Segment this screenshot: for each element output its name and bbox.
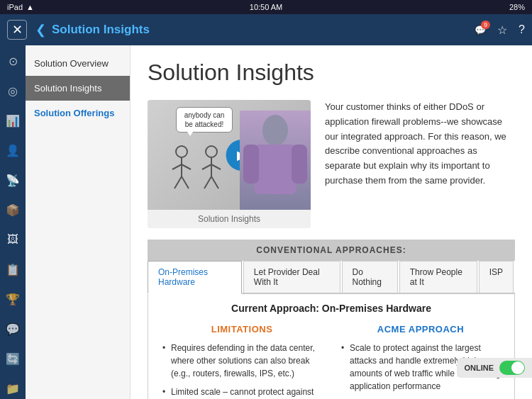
sidebar-icon-signal[interactable]: 📡 [3, 170, 23, 190]
video-inner: anybody can be attacked! [148, 100, 311, 210]
sidebar-icons: ⊙ ◎ 📊 👤 📡 📦 🖼 📋 🏆 💬 🔄 📁 [0, 45, 26, 399]
sidebar-icon-folder[interactable]: 📁 [3, 378, 23, 398]
approaches-banner: CONVENTIONAL APPROACHES: [148, 240, 515, 261]
svg-rect-15 [292, 145, 307, 184]
video-section: anybody can be attacked! [148, 100, 515, 228]
top-nav-bar: ✕ ❮ Solution Insights 💬 9 ☆ ? [0, 14, 532, 45]
sidebar-icon-clipboard[interactable]: 📋 [3, 259, 23, 279]
svg-line-9 [211, 164, 221, 169]
online-badge: ONLINE [457, 358, 532, 378]
content-panel: Current Approach: On-Premises Hardware L… [148, 294, 515, 399]
left-nav: Solution Overview Solution Insights Solu… [26, 45, 131, 399]
tab-throw-people[interactable]: Throw People at It [399, 261, 477, 293]
tabs-container: On-Premises Hardware Let Provider Deal W… [148, 261, 515, 294]
back-button[interactable]: ❮ [35, 22, 46, 38]
badge-count: 9 [481, 21, 490, 29]
chat-badge-icon[interactable]: 💬 9 [475, 25, 486, 35]
time-display: 10:50 AM [250, 3, 282, 11]
svg-line-2 [172, 164, 182, 169]
video-description: Your customer thinks of either DDoS or a… [325, 100, 515, 228]
tab-do-nothing[interactable]: Do Nothing [342, 261, 398, 293]
video-container: anybody can be attacked! [148, 100, 311, 228]
limitations-list: Requires defending in the data center, w… [160, 342, 324, 399]
panel-title: Current Approach: On-Premises Hardware [160, 303, 503, 314]
nav-icons: 💬 9 ☆ ? [475, 23, 525, 37]
sidebar-icon-chart[interactable]: 📊 [3, 111, 23, 130]
tab-on-premises[interactable]: On-Premises Hardware [148, 261, 242, 294]
sidebar-icon-trophy[interactable]: 🏆 [3, 289, 23, 309]
nav-item-overview[interactable]: Solution Overview [26, 51, 130, 76]
online-toggle[interactable] [499, 361, 525, 375]
speech-bubble: anybody can be attacked! [176, 107, 233, 133]
presenter-silhouette [240, 111, 311, 210]
ipad-label: iPad [7, 3, 23, 11]
status-bar: iPad ▲ 10:50 AM 28% [0, 0, 532, 14]
list-item: Requires defending in the data center, w… [160, 342, 324, 380]
online-label: ONLINE [464, 364, 494, 372]
svg-line-8 [202, 164, 211, 169]
svg-rect-13 [254, 145, 297, 194]
acme-header: ACME APPROACH [338, 324, 503, 335]
content-area: Solution Insights anybody can be attacke… [131, 45, 532, 399]
page-title: Solution Insights [148, 60, 515, 86]
sidebar-icon-image[interactable]: 🖼 [3, 230, 23, 249]
svg-point-6 [206, 146, 217, 157]
svg-line-4 [174, 176, 182, 189]
svg-line-11 [211, 176, 218, 189]
sidebar-icon-package[interactable]: 📦 [3, 200, 23, 220]
svg-line-10 [204, 176, 211, 189]
toggle-knob [511, 361, 524, 374]
svg-point-12 [262, 115, 288, 146]
svg-line-3 [182, 164, 191, 169]
star-icon[interactable]: ☆ [497, 23, 507, 37]
sidebar-icon-target[interactable]: ◎ [3, 81, 23, 101]
wifi-icon: ▲ [26, 3, 34, 11]
question-icon[interactable]: ? [519, 23, 525, 36]
tab-provider[interactable]: Let Provider Deal With It [243, 261, 340, 293]
sidebar-icon-location[interactable]: ⊙ [3, 51, 23, 71]
nav-title: Solution Insights [52, 23, 469, 37]
limitations-header: LIMITATIONS [160, 324, 324, 335]
sidebar-icon-refresh[interactable]: 🔄 [3, 349, 23, 369]
battery-label: 28% [509, 3, 525, 11]
limitations-col: LIMITATIONS Requires defending in the da… [160, 324, 324, 399]
svg-point-0 [176, 146, 187, 157]
close-button[interactable]: ✕ [7, 20, 27, 40]
nav-item-insights[interactable]: Solution Insights [26, 76, 130, 101]
tab-isp[interactable]: ISP [479, 261, 514, 293]
two-col-layout: LIMITATIONS Requires defending in the da… [160, 324, 503, 399]
video-caption: Solution Insights [148, 210, 311, 228]
sidebar-icon-chat[interactable]: 💬 [3, 319, 23, 339]
svg-rect-14 [243, 145, 259, 184]
nav-item-offerings[interactable]: Solution Offerings [26, 101, 130, 125]
sidebar-icon-people[interactable]: 👤 [3, 140, 23, 160]
list-item: Limited scale – cannot protect against t… [160, 386, 324, 399]
main-layout: ⊙ ◎ 📊 👤 📡 📦 🖼 📋 🏆 💬 🔄 📁 Solution Overvie… [0, 45, 532, 399]
svg-line-5 [182, 176, 189, 189]
